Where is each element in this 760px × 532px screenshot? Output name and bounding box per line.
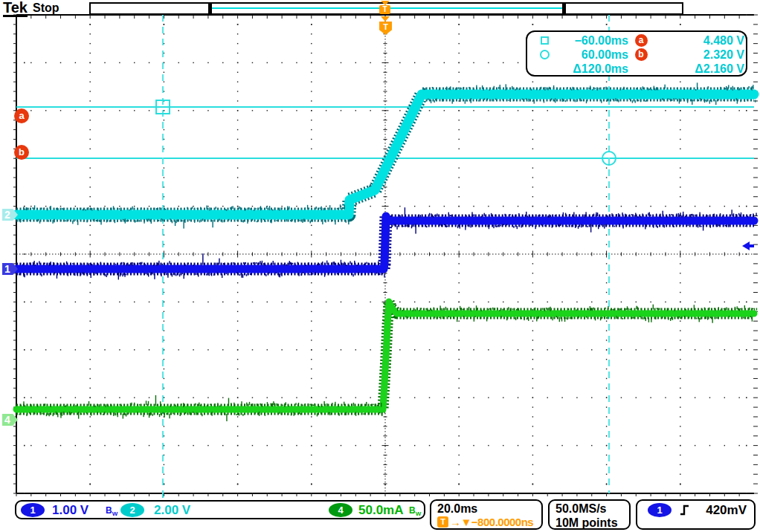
trigger-t-icon: T: [379, 5, 390, 14]
rising-edge-icon: [679, 503, 691, 516]
ch4-scale[interactable]: 50.0mA: [358, 503, 403, 518]
trigger-level: 420mV: [706, 503, 747, 517]
cursor-b-badge[interactable]: b: [14, 145, 29, 160]
trigger-box[interactable]: 1 420mV: [636, 499, 756, 530]
timebase-box[interactable]: 20.0ms T →▼−800.0000ns: [430, 499, 543, 530]
trigger-flag-arrow-icon: [381, 16, 390, 22]
cursor-b-value: 2.320 V: [654, 48, 744, 62]
acquisition-status: Stop: [33, 1, 59, 15]
ch4-badge[interactable]: 4: [329, 503, 352, 517]
ch1-scale[interactable]: 1.00 V: [52, 503, 88, 518]
sample-rate: 50.0MS/s: [555, 502, 629, 516]
trigger-time-t-icon: T: [437, 516, 448, 528]
cursor-2-circle-icon: [540, 50, 550, 59]
tek-logo: Tek: [3, 0, 28, 17]
cursor-2-time: 60.00ms: [555, 48, 628, 62]
zoom-window-bracket-left[interactable]: [208, 4, 212, 13]
waveform-display: [0, 0, 760, 532]
trigger-position-marker[interactable]: T: [379, 1, 391, 14]
cursor-a-badge[interactable]: a: [14, 108, 29, 123]
cursor-delta-value: Δ2.160 V: [654, 62, 744, 76]
channel-scale-bar: 1 1.00 V BW 2 2.00 V 4 50.0mA BW: [15, 500, 425, 519]
ch1-bandwidth-icon: BW: [106, 503, 117, 522]
cursor-delta-time: Δ120.0ms: [555, 62, 628, 76]
acquisition-box: 50.0MS/s 10M points: [548, 499, 631, 530]
record-length: 10M points: [555, 516, 629, 530]
trigger-source-badge: 1: [648, 503, 672, 517]
trigger-level-arrow-icon: [742, 241, 754, 250]
cursor-readout-box: −60.00ms a 4.480 V 60.00ms b 2.320 V Δ12…: [526, 30, 747, 77]
ch4-bandwidth-icon: BW: [409, 503, 421, 522]
ch1-badge[interactable]: 1: [21, 503, 45, 517]
timebase-scale[interactable]: 20.0ms: [437, 502, 541, 516]
zoom-window-bracket-right[interactable]: [562, 4, 566, 13]
cursor-a-value: 4.480 V: [654, 33, 744, 48]
trigger-flag-t-icon: T: [379, 22, 392, 35]
cursor-1-time: −60.00ms: [555, 33, 628, 48]
ch2-scale[interactable]: 2.00 V: [154, 503, 190, 518]
trigger-flag[interactable]: T: [379, 16, 392, 35]
cursor-b-icon: b: [635, 48, 648, 61]
trigger-position-readout: →▼−800.0000ns: [450, 516, 533, 528]
cursor-a-icon: a: [635, 34, 648, 47]
cursor-1-square-icon: [541, 36, 549, 45]
ch2-badge[interactable]: 2: [120, 503, 144, 517]
